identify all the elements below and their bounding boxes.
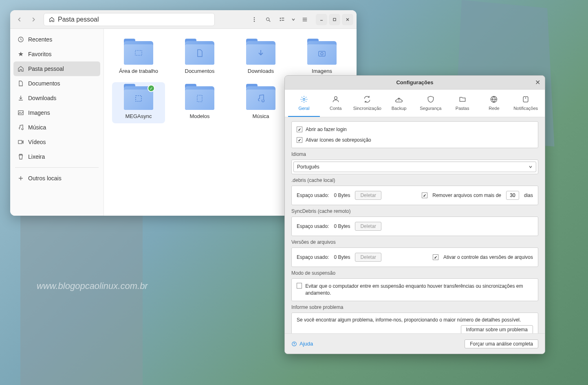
svg-rect-5 <box>282 18 284 18</box>
folder-documentos[interactable]: Documentos <box>173 37 226 78</box>
file-manager-header: Pasta pessoal <box>10 10 357 29</box>
tab-icon <box>522 95 530 104</box>
folder-icon <box>246 41 275 65</box>
svg-point-0 <box>254 17 255 18</box>
sidebar-item-documentos[interactable]: Documentos <box>13 76 100 91</box>
force-analysis-button[interactable]: Forçar uma análise completa <box>465 339 538 348</box>
tab-label: Sincronização <box>353 106 381 111</box>
sync-badge-icon: ✓ <box>148 85 155 92</box>
versions-space-label: Espaço usado: <box>297 254 329 260</box>
tab-pastas[interactable]: Pastas <box>447 90 478 117</box>
folder-downloads[interactable]: Downloads <box>234 37 287 78</box>
days-input[interactable] <box>506 191 519 200</box>
svg-point-2 <box>254 21 255 22</box>
svg-rect-16 <box>136 96 141 101</box>
home-icon <box>18 66 24 72</box>
settings-header: Configurações ✕ <box>285 76 545 90</box>
language-select[interactable]: Português <box>293 162 536 172</box>
tab-icon <box>427 95 435 104</box>
svg-rect-6 <box>280 20 281 21</box>
tab-conta[interactable]: Conta <box>320 90 352 117</box>
folder-label: Música <box>252 113 269 119</box>
syncdebris-delete-button[interactable]: Deletar <box>355 222 381 231</box>
folder-modelos[interactable]: Modelos <box>173 82 226 123</box>
folder-megasync[interactable]: ✓MEGAsync <box>112 82 165 123</box>
tab-icon <box>490 95 498 104</box>
enable-versions-checkbox[interactable] <box>433 254 438 260</box>
problem-text: Se você encontrar algum problema, inform… <box>297 317 533 323</box>
remove-old-checkbox[interactable] <box>422 192 427 198</box>
svg-rect-22 <box>523 96 528 102</box>
sidebar-separator <box>15 167 99 168</box>
music-icon <box>18 124 24 131</box>
debris-delete-button[interactable]: Deletar <box>355 191 381 200</box>
svg-rect-4 <box>280 18 281 19</box>
folder-icon <box>246 86 275 110</box>
tab-label: Segurança <box>420 106 441 111</box>
sidebar-item-lixeira[interactable]: Lixeira <box>13 149 100 164</box>
tab-geral[interactable]: Geral <box>288 90 320 117</box>
path-label: Pasta pessoal <box>58 16 99 23</box>
settings-close-button[interactable]: ✕ <box>533 79 542 87</box>
folder-área-de-trabalho[interactable]: Área de trabalho <box>112 37 165 78</box>
report-problem-button[interactable]: Informar sobre um problema <box>461 325 533 333</box>
versions-space-value: 0 Bytes <box>334 254 350 260</box>
hamburger-button[interactable] <box>299 13 311 26</box>
doc-icon <box>18 80 24 87</box>
open-login-checkbox[interactable] <box>297 127 302 132</box>
view-list-button[interactable] <box>276 13 288 26</box>
sidebar-item-recentes[interactable]: Recentes <box>13 32 100 47</box>
tab-label: Geral <box>298 106 309 111</box>
syncdebris-space-value: 0 Bytes <box>334 223 350 229</box>
sidebar-item-label: Imagens <box>28 109 50 116</box>
folder-música[interactable]: Música <box>234 82 287 123</box>
sidebar-item-favoritos[interactable]: Favoritos <box>13 47 100 61</box>
folder-icon <box>185 86 214 110</box>
tab-sincronização[interactable]: Sincronização <box>352 90 383 117</box>
sidebar-item-música[interactable]: Música <box>13 120 100 135</box>
tab-icon <box>395 95 403 104</box>
versions-delete-button[interactable]: Deletar <box>355 253 381 262</box>
close-button[interactable] <box>342 14 353 25</box>
view-dropdown-button[interactable] <box>290 13 297 26</box>
tab-icon <box>300 95 308 104</box>
search-button[interactable] <box>262 13 274 26</box>
language-value: Português <box>297 164 319 170</box>
help-link[interactable]: Ajuda <box>291 341 313 347</box>
folder-icon: ✓ <box>124 86 153 110</box>
sidebar-item-pasta-pessoal[interactable]: Pasta pessoal <box>13 61 100 76</box>
tab-icon <box>332 95 340 104</box>
sidebar-item-imagens[interactable]: Imagens <box>13 105 100 120</box>
sidebar-item-vídeos[interactable]: Vídeos <box>13 135 100 149</box>
tab-label: Conta <box>330 106 341 111</box>
tab-backup[interactable]: Backup <box>383 90 415 117</box>
image-icon <box>18 109 24 116</box>
sidebar-item-label: Outros locais <box>28 175 62 182</box>
tab-rede[interactable]: Rede <box>478 90 510 117</box>
overlay-icons-checkbox[interactable] <box>297 137 302 143</box>
syncdebris-space-label: Espaço usado: <box>297 223 329 229</box>
folder-imagens[interactable]: Imagens <box>295 37 348 78</box>
folder-label: Área de trabalho <box>119 68 158 74</box>
syncdebris-section-label: SyncDebris (cache remoto) <box>291 208 538 214</box>
svg-rect-7 <box>282 20 284 20</box>
svg-rect-8 <box>333 18 336 21</box>
sidebar-item-downloads[interactable]: Downloads <box>13 91 100 105</box>
svg-point-19 <box>303 98 305 100</box>
nav-back-button[interactable] <box>13 13 26 26</box>
tab-label: Notificações <box>513 106 538 111</box>
minimize-button[interactable] <box>316 14 327 25</box>
folder-label: Imagens <box>312 68 332 74</box>
suspension-checkbox[interactable] <box>297 283 302 289</box>
maximize-button[interactable] <box>329 14 340 25</box>
nav-forward-button[interactable] <box>27 13 40 26</box>
sidebar-item-other-places[interactable]: Outros locais <box>13 171 100 186</box>
menu-button[interactable] <box>248 13 260 26</box>
tab-notificações[interactable]: Notificações <box>510 90 542 117</box>
suspension-text: Evitar que o computador entre em suspens… <box>305 283 533 297</box>
path-bar[interactable]: Pasta pessoal <box>44 13 215 26</box>
help-icon <box>291 341 297 347</box>
tab-segurança[interactable]: Segurança <box>415 90 447 117</box>
sidebar-item-label: Downloads <box>28 95 56 101</box>
svg-point-1 <box>254 19 255 20</box>
